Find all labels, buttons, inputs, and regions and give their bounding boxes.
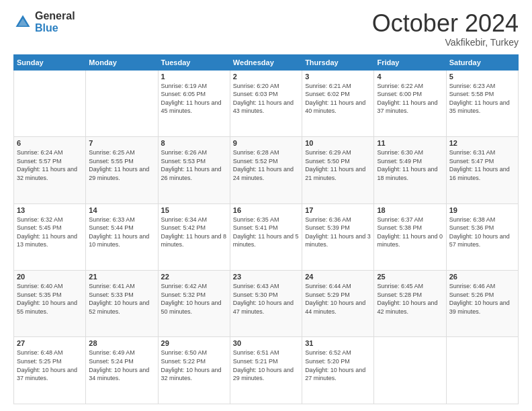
day-info: Sunrise: 6:33 AM Sunset: 5:44 PM Dayligh… [89,216,154,249]
day-info: Sunrise: 6:26 AM Sunset: 5:53 PM Dayligh… [161,148,227,182]
day-number: 25 [377,273,443,281]
day-info: Sunrise: 6:38 AM Sunset: 5:36 PM Dayligh… [449,216,515,249]
day-info: Sunrise: 6:34 AM Sunset: 5:42 PM Dayligh… [161,216,227,249]
day-info: Sunrise: 6:51 AM Sunset: 5:21 PM Dayligh… [233,349,299,382]
day-info: Sunrise: 6:48 AM Sunset: 5:25 PM Dayligh… [17,349,83,382]
table-row: 22Sunrise: 6:42 AM Sunset: 5:32 PM Dayli… [158,271,230,337]
location-subtitle: Vakfikebir, Turkey [372,37,519,48]
col-monday: Monday [86,54,158,70]
day-info: Sunrise: 6:19 AM Sunset: 6:05 PM Dayligh… [161,82,227,116]
table-row: 14Sunrise: 6:33 AM Sunset: 5:44 PM Dayli… [86,203,158,270]
day-info: Sunrise: 6:45 AM Sunset: 5:28 PM Dayligh… [377,282,443,316]
table-row: 19Sunrise: 6:38 AM Sunset: 5:36 PM Dayli… [446,203,518,270]
table-row: 25Sunrise: 6:45 AM Sunset: 5:28 PM Dayli… [374,271,446,337]
title-block: October 2024 Vakfikebir, Turkey [372,10,519,48]
day-number: 23 [233,273,299,281]
calendar-page: General Blue October 2024 Vakfikebir, Tu… [0,0,532,411]
col-friday: Friday [374,54,446,70]
col-thursday: Thursday [302,54,374,70]
logo-text: General Blue [35,10,75,34]
day-info: Sunrise: 6:28 AM Sunset: 5:52 PM Dayligh… [233,148,299,182]
day-number: 20 [17,273,83,281]
day-info: Sunrise: 6:31 AM Sunset: 5:47 PM Dayligh… [449,148,515,182]
day-number: 29 [161,339,227,347]
table-row: 3Sunrise: 6:21 AM Sunset: 6:02 PM Daylig… [302,70,374,136]
calendar-week-row: 6Sunrise: 6:24 AM Sunset: 5:57 PM Daylig… [14,137,519,203]
month-title: October 2024 [372,10,519,37]
calendar-week-row: 27Sunrise: 6:48 AM Sunset: 5:25 PM Dayli… [14,337,519,404]
day-number: 27 [17,339,83,347]
day-number: 21 [89,273,154,281]
table-row: 17Sunrise: 6:36 AM Sunset: 5:39 PM Dayli… [302,203,374,270]
day-number: 24 [305,273,371,281]
table-row: 31Sunrise: 6:52 AM Sunset: 5:20 PM Dayli… [302,337,374,404]
day-info: Sunrise: 6:20 AM Sunset: 6:03 PM Dayligh… [233,82,299,116]
table-row: 5Sunrise: 6:23 AM Sunset: 5:58 PM Daylig… [446,70,518,136]
table-row: 24Sunrise: 6:44 AM Sunset: 5:29 PM Dayli… [302,271,374,337]
day-number: 1 [161,73,227,81]
table-row: 1Sunrise: 6:19 AM Sunset: 6:05 PM Daylig… [158,70,230,136]
day-info: Sunrise: 6:43 AM Sunset: 5:30 PM Dayligh… [233,282,299,316]
table-row: 30Sunrise: 6:51 AM Sunset: 5:21 PM Dayli… [230,337,302,404]
day-number: 9 [233,139,299,147]
day-number: 26 [449,273,515,281]
day-info: Sunrise: 6:44 AM Sunset: 5:29 PM Dayligh… [305,282,371,316]
table-row [86,70,158,136]
day-number: 22 [161,273,227,281]
day-info: Sunrise: 6:25 AM Sunset: 5:55 PM Dayligh… [89,148,154,182]
calendar-header-row: Sunday Monday Tuesday Wednesday Thursday… [14,54,519,70]
day-number: 10 [305,139,371,147]
day-number: 12 [449,139,515,147]
day-number: 15 [161,206,227,214]
calendar-week-row: 13Sunrise: 6:32 AM Sunset: 5:45 PM Dayli… [14,203,519,270]
table-row [14,70,86,136]
day-info: Sunrise: 6:37 AM Sunset: 5:38 PM Dayligh… [377,216,443,249]
day-info: Sunrise: 6:41 AM Sunset: 5:33 PM Dayligh… [89,282,154,316]
day-number: 11 [377,139,443,147]
table-row: 27Sunrise: 6:48 AM Sunset: 5:25 PM Dayli… [14,337,86,404]
table-row [374,337,446,404]
table-row: 16Sunrise: 6:35 AM Sunset: 5:41 PM Dayli… [230,203,302,270]
day-number: 5 [449,73,515,81]
table-row: 8Sunrise: 6:26 AM Sunset: 5:53 PM Daylig… [158,137,230,203]
col-sunday: Sunday [14,54,86,70]
day-number: 8 [161,139,227,147]
day-number: 13 [17,206,83,214]
day-number: 3 [305,73,371,81]
table-row: 28Sunrise: 6:49 AM Sunset: 5:24 PM Dayli… [86,337,158,404]
day-info: Sunrise: 6:50 AM Sunset: 5:22 PM Dayligh… [161,349,227,382]
table-row: 18Sunrise: 6:37 AM Sunset: 5:38 PM Dayli… [374,203,446,270]
day-number: 17 [305,206,371,214]
day-info: Sunrise: 6:49 AM Sunset: 5:24 PM Dayligh… [89,349,154,382]
day-info: Sunrise: 6:40 AM Sunset: 5:35 PM Dayligh… [17,282,83,316]
table-row: 11Sunrise: 6:30 AM Sunset: 5:49 PM Dayli… [374,137,446,203]
table-row: 4Sunrise: 6:22 AM Sunset: 6:00 PM Daylig… [374,70,446,136]
table-row: 23Sunrise: 6:43 AM Sunset: 5:30 PM Dayli… [230,271,302,337]
header: General Blue October 2024 Vakfikebir, Tu… [13,10,519,48]
calendar-week-row: 20Sunrise: 6:40 AM Sunset: 5:35 PM Dayli… [14,271,519,337]
table-row: 7Sunrise: 6:25 AM Sunset: 5:55 PM Daylig… [86,137,158,203]
day-info: Sunrise: 6:36 AM Sunset: 5:39 PM Dayligh… [305,216,371,249]
day-info: Sunrise: 6:32 AM Sunset: 5:45 PM Dayligh… [17,216,83,249]
day-number: 16 [233,206,299,214]
col-wednesday: Wednesday [230,54,302,70]
calendar-week-row: 1Sunrise: 6:19 AM Sunset: 6:05 PM Daylig… [14,70,519,136]
day-number: 6 [17,139,83,147]
table-row: 20Sunrise: 6:40 AM Sunset: 5:35 PM Dayli… [14,271,86,337]
logo: General Blue [13,10,75,34]
day-number: 7 [89,139,154,147]
table-row: 6Sunrise: 6:24 AM Sunset: 5:57 PM Daylig… [14,137,86,203]
day-number: 18 [377,206,443,214]
table-row: 26Sunrise: 6:46 AM Sunset: 5:26 PM Dayli… [446,271,518,337]
day-number: 19 [449,206,515,214]
col-saturday: Saturday [446,54,518,70]
table-row: 15Sunrise: 6:34 AM Sunset: 5:42 PM Dayli… [158,203,230,270]
day-number: 28 [89,339,154,347]
day-info: Sunrise: 6:42 AM Sunset: 5:32 PM Dayligh… [161,282,227,316]
day-number: 31 [305,339,371,347]
day-info: Sunrise: 6:30 AM Sunset: 5:49 PM Dayligh… [377,148,443,182]
logo-general-text: General [35,10,75,22]
table-row: 10Sunrise: 6:29 AM Sunset: 5:50 PM Dayli… [302,137,374,203]
logo-blue-text: Blue [35,22,75,34]
table-row: 21Sunrise: 6:41 AM Sunset: 5:33 PM Dayli… [86,271,158,337]
